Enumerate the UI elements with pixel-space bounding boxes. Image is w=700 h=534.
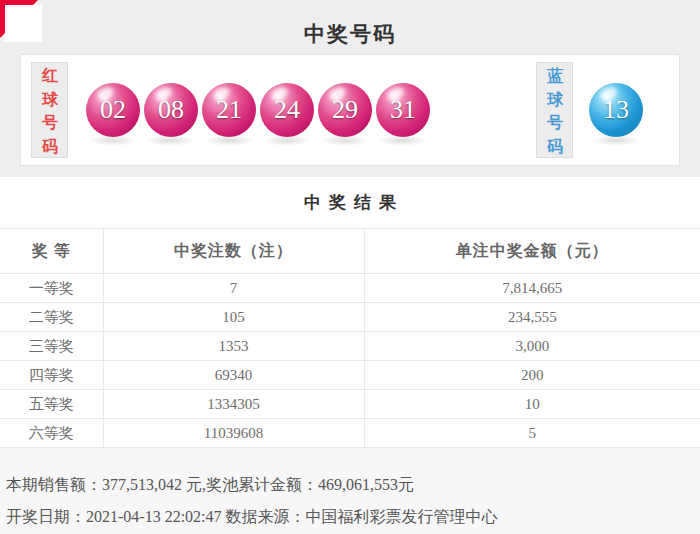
table-header-row: 奖 等 中奖注数（注） 单注中奖金额（元） bbox=[0, 229, 700, 274]
red-ball: 08 bbox=[144, 83, 198, 137]
count-cell: 11039608 bbox=[103, 419, 364, 448]
table-row: 六等奖 11039608 5 bbox=[0, 419, 700, 448]
tier-cell: 五等奖 bbox=[0, 390, 103, 419]
count-cell: 7 bbox=[103, 274, 364, 303]
tier-cell: 一等奖 bbox=[0, 274, 103, 303]
table-row: 五等奖 1334305 10 bbox=[0, 390, 700, 419]
results-table: 奖 等 中奖注数（注） 单注中奖金额（元） 一等奖 7 7,814,665 二等… bbox=[0, 228, 700, 448]
amount-cell: 5 bbox=[364, 419, 700, 448]
red-ball: 29 bbox=[318, 83, 372, 137]
red-ball: 24 bbox=[260, 83, 314, 137]
amount-cell: 7,814,665 bbox=[364, 274, 700, 303]
red-ball: 02 bbox=[86, 83, 140, 137]
table-row: 四等奖 69340 200 bbox=[0, 361, 700, 390]
amount-cell: 3,000 bbox=[364, 332, 700, 361]
table-row: 二等奖 105 234,555 bbox=[0, 303, 700, 332]
amount-cell: 200 bbox=[364, 361, 700, 390]
page-title: 中奖号码 bbox=[0, 20, 700, 48]
table-row: 三等奖 1353 3,000 bbox=[0, 332, 700, 361]
count-cell: 69340 bbox=[103, 361, 364, 390]
count-cell: 1334305 bbox=[103, 390, 364, 419]
red-balls-label: 红球号码 bbox=[31, 62, 68, 158]
amount-cell: 234,555 bbox=[364, 303, 700, 332]
red-ball: 21 bbox=[202, 83, 256, 137]
red-ball: 31 bbox=[376, 83, 430, 137]
summary-footer: 本期销售额：377,513,042 元,奖池累计金额：469,061,553元 … bbox=[0, 448, 700, 534]
draw-date-line: 开奖日期：2021-04-13 22:02:47 数据来源：中国福利彩票发行管理… bbox=[6, 501, 694, 533]
results-title: 中奖结果 bbox=[0, 177, 700, 228]
tier-cell: 六等奖 bbox=[0, 419, 103, 448]
drawn-numbers-panel: 红球号码 02 08 21 24 29 31 蓝球号码 13 bbox=[20, 54, 680, 166]
blue-ball: 13 bbox=[589, 83, 643, 137]
sales-summary-line: 本期销售额：377,513,042 元,奖池累计金额：469,061,553元 bbox=[6, 469, 694, 501]
count-cell: 105 bbox=[103, 303, 364, 332]
table-row: 一等奖 7 7,814,665 bbox=[0, 274, 700, 303]
red-balls-group: 02 08 21 24 29 31 bbox=[86, 83, 430, 137]
blue-ball-label: 蓝球号码 bbox=[536, 62, 573, 158]
column-header-tier: 奖 等 bbox=[0, 229, 103, 274]
count-cell: 1353 bbox=[103, 332, 364, 361]
column-header-count: 中奖注数（注） bbox=[103, 229, 364, 274]
tier-cell: 三等奖 bbox=[0, 332, 103, 361]
winning-numbers-section: 中奖号码 红球号码 02 08 21 24 29 31 蓝球号码 13 bbox=[0, 0, 700, 177]
tier-cell: 四等奖 bbox=[0, 361, 103, 390]
column-header-amount: 单注中奖金额（元） bbox=[364, 229, 700, 274]
tier-cell: 二等奖 bbox=[0, 303, 103, 332]
corner-ribbon-top-bar bbox=[0, 0, 38, 5]
amount-cell: 10 bbox=[364, 390, 700, 419]
